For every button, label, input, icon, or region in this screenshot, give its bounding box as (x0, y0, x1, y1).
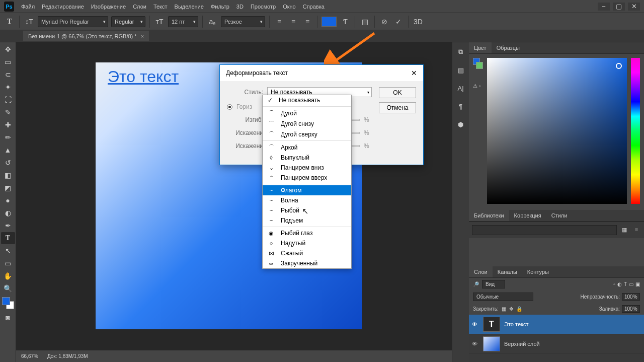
panels-toggle-icon[interactable]: ▤ (359, 16, 370, 27)
layers-tab[interactable]: Слои (469, 266, 493, 277)
style-arc-upper[interactable]: ⌒Дугой сверху (263, 129, 351, 139)
visibility-icon[interactable]: 👁 (472, 321, 479, 327)
menu-image[interactable]: Изображение (91, 4, 126, 10)
opacity-value[interactable]: 100% (622, 293, 640, 301)
font-weight-select[interactable]: Regular (111, 16, 145, 27)
style-twist[interactable]: ∞Закрученный (263, 258, 351, 268)
color-field[interactable] (487, 58, 627, 204)
ok-button[interactable]: OK (379, 87, 416, 98)
style-fisheye[interactable]: ◉Рыбий глаз (263, 228, 351, 238)
web-color-icon[interactable]: ⚠ ▫ (473, 83, 483, 89)
menu-view[interactable]: Просмотр (251, 4, 276, 10)
dock-para-icon[interactable]: ¶ (455, 101, 466, 112)
pen-tool[interactable]: ✒ (1, 220, 15, 232)
layer-name[interactable]: Это текст (504, 321, 529, 327)
visibility-icon[interactable]: 👁 (472, 341, 479, 347)
document-tab[interactable]: Без имени-1 @ 66,7% (Это текст, RGB/8) *… (23, 31, 149, 41)
align-left-icon[interactable]: ≡ (274, 16, 285, 27)
text-color-swatch[interactable] (321, 17, 337, 27)
filter-kind-select[interactable]: Вид (482, 280, 505, 288)
shape-tool[interactable]: ▭ (1, 257, 15, 269)
bg-swatch[interactable] (476, 62, 483, 69)
libraries-tab[interactable]: Библиотеки (469, 210, 509, 221)
fill-value[interactable]: 100% (622, 305, 640, 313)
window-close-icon[interactable]: ✕ (628, 3, 640, 11)
heal-tool[interactable]: ✚ (1, 119, 15, 131)
layer-name[interactable]: Верхний слой (504, 341, 540, 347)
menu-window[interactable]: Окно (283, 4, 296, 10)
style-inflate[interactable]: ○Надутый (263, 238, 351, 248)
channels-tab[interactable]: Каналы (493, 266, 522, 277)
dialog-close-icon[interactable]: ✕ (411, 69, 417, 77)
dock-history-icon[interactable]: ⧉ (455, 46, 466, 57)
3d-icon[interactable]: 3D (413, 16, 424, 27)
menu-edit[interactable]: Редактирование (42, 4, 84, 10)
menu-3d[interactable]: 3D (236, 4, 244, 10)
color-picker-ring[interactable] (616, 63, 622, 69)
style-wave[interactable]: ~Волна (263, 195, 351, 205)
adjustments-tab[interactable]: Коррекция (509, 210, 546, 221)
menu-file[interactable]: Файл (21, 4, 35, 10)
blend-mode-select[interactable]: Обычные (473, 293, 533, 301)
eraser-tool[interactable]: ◧ (1, 169, 15, 181)
quickmask-icon[interactable]: ◙ (1, 312, 15, 324)
color-tab[interactable]: Цвет (469, 42, 492, 53)
brush-tool[interactable]: ✏ (1, 131, 15, 143)
style-arc[interactable]: ⌒Дугой (263, 108, 351, 118)
font-size-select[interactable]: 12 пт (168, 16, 198, 27)
type-tool[interactable]: T (1, 232, 15, 244)
hue-slider[interactable] (631, 58, 640, 204)
blur-tool[interactable]: ● (1, 194, 15, 206)
filter-type-icon[interactable]: T (624, 281, 627, 287)
text-orientation-icon[interactable]: ↕T (24, 16, 35, 27)
wand-tool[interactable]: ✦ (1, 81, 15, 93)
commit-icon[interactable]: ✓ (393, 16, 404, 27)
align-center-icon[interactable]: ≡ (288, 16, 299, 27)
list-view-icon[interactable]: ≡ (632, 225, 641, 234)
crop-tool[interactable]: ⛶ (1, 94, 15, 106)
lock-position-icon[interactable]: ✥ (509, 306, 513, 312)
color-swatches[interactable] (1, 297, 15, 311)
filter-icon[interactable]: 🔎 (473, 281, 479, 287)
menu-help[interactable]: Справка (303, 4, 325, 10)
style-flag[interactable]: ~Флагом (263, 185, 351, 195)
gradient-tool[interactable]: ◩ (1, 182, 15, 194)
menu-filter[interactable]: Фильтр (211, 4, 229, 10)
lasso-tool[interactable]: ⊂ (1, 68, 15, 81)
horizontal-radio[interactable] (227, 104, 232, 110)
warp-text-icon[interactable]: Ƭ (340, 16, 351, 27)
status-zoom[interactable]: 66,67% (21, 353, 38, 359)
path-select-tool[interactable]: ↖ (1, 245, 15, 257)
style-fish[interactable]: ~Рыбой (263, 205, 351, 215)
lock-all-icon[interactable]: 🔒 (516, 306, 522, 312)
dock-char-icon[interactable]: A| (455, 83, 466, 94)
filter-pixel-icon[interactable]: ▫ (613, 281, 615, 287)
menu-select[interactable]: Выделение (175, 4, 204, 10)
menu-layers[interactable]: Слои (133, 4, 146, 10)
filter-shape-icon[interactable]: ▭ (629, 281, 633, 287)
align-right-icon[interactable]: ≡ (302, 16, 313, 27)
grid-view-icon[interactable]: ▦ (620, 225, 629, 234)
menu-text[interactable]: Текст (153, 4, 168, 10)
library-select[interactable] (472, 225, 617, 235)
lock-pixels-icon[interactable]: ▦ (502, 306, 506, 312)
window-restore-icon[interactable]: ▢ (613, 3, 625, 11)
paths-tab[interactable]: Контуры (522, 266, 554, 277)
foreground-color[interactable] (2, 297, 10, 305)
layer-row[interactable]: 👁 T Это текст (469, 315, 644, 334)
hand-tool[interactable]: ✋ (1, 270, 15, 282)
layer-row[interactable]: 👁 Верхний слой (469, 334, 644, 354)
styles-tab[interactable]: Стили (546, 210, 573, 221)
swatches-tab[interactable]: Образцы (492, 42, 525, 53)
filter-smart-icon[interactable]: ▣ (635, 281, 640, 287)
stamp-tool[interactable]: ▲ (1, 144, 15, 156)
dock-actions-icon[interactable]: ▤ (455, 64, 466, 76)
move-tool[interactable]: ✥ (1, 43, 15, 55)
style-shell-lower[interactable]: ⌄Панцирем вниз (263, 163, 351, 173)
history-brush-tool[interactable]: ↺ (1, 157, 15, 169)
eyedropper-tool[interactable]: ✎ (1, 106, 15, 118)
style-squeeze[interactable]: ⋈Сжатый (263, 248, 351, 258)
filter-adjust-icon[interactable]: ◐ (617, 281, 622, 287)
window-minimize-icon[interactable]: − (598, 3, 610, 11)
cancel-icon[interactable]: ⊘ (379, 16, 390, 27)
